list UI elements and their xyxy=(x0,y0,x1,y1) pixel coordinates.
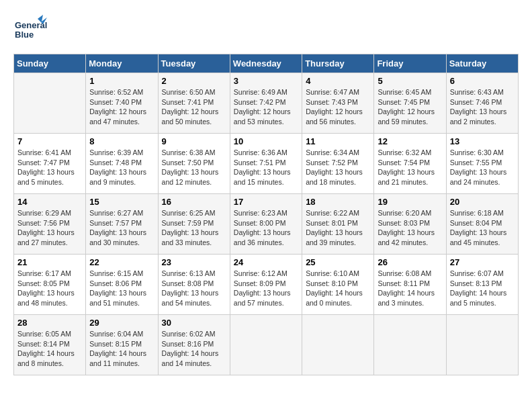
day-cell: 13Sunrise: 6:30 AMSunset: 7:55 PMDayligh… xyxy=(446,134,518,194)
day-cell: 1Sunrise: 6:52 AMSunset: 7:40 PMDaylight… xyxy=(86,73,158,134)
day-number: 21 xyxy=(17,257,82,267)
day-cell: 11Sunrise: 6:34 AMSunset: 7:52 PMDayligh… xyxy=(302,134,374,194)
day-info: Sunrise: 6:18 AMSunset: 8:04 PMDaylight:… xyxy=(450,208,515,248)
day-info: Sunrise: 6:34 AMSunset: 7:52 PMDaylight:… xyxy=(306,148,370,187)
header-row: SundayMondayTuesdayWednesdayThursdayFrid… xyxy=(14,54,519,73)
day-cell: 9Sunrise: 6:38 AMSunset: 7:50 PMDaylight… xyxy=(158,134,230,194)
day-number: 12 xyxy=(378,136,442,146)
day-number: 13 xyxy=(450,136,515,146)
day-cell: 21Sunrise: 6:17 AMSunset: 8:05 PMDayligh… xyxy=(14,255,86,315)
day-number: 22 xyxy=(89,257,154,267)
day-number: 9 xyxy=(162,136,226,146)
day-cell: 6Sunrise: 6:43 AMSunset: 7:46 PMDaylight… xyxy=(446,73,518,134)
day-info: Sunrise: 6:17 AMSunset: 8:05 PMDaylight:… xyxy=(17,269,82,308)
week-row-3: 14Sunrise: 6:29 AMSunset: 7:56 PMDayligh… xyxy=(14,194,519,255)
day-number: 2 xyxy=(162,76,226,86)
day-info: Sunrise: 6:12 AMSunset: 8:09 PMDaylight:… xyxy=(234,269,298,308)
header-tuesday: Tuesday xyxy=(158,54,230,73)
day-cell: 14Sunrise: 6:29 AMSunset: 7:56 PMDayligh… xyxy=(14,194,86,255)
day-cell: 25Sunrise: 6:10 AMSunset: 8:10 PMDayligh… xyxy=(302,255,374,315)
day-cell: 20Sunrise: 6:18 AMSunset: 8:04 PMDayligh… xyxy=(446,194,518,255)
day-number: 18 xyxy=(306,197,370,207)
day-cell: 15Sunrise: 6:27 AMSunset: 7:57 PMDayligh… xyxy=(86,194,158,255)
day-cell: 5Sunrise: 6:45 AMSunset: 7:45 PMDaylight… xyxy=(374,73,446,134)
day-number: 23 xyxy=(162,257,226,267)
day-info: Sunrise: 6:02 AMSunset: 8:16 PMDaylight:… xyxy=(162,329,226,369)
day-number: 14 xyxy=(17,197,82,207)
day-info: Sunrise: 6:22 AMSunset: 8:01 PMDaylight:… xyxy=(306,208,370,248)
day-cell xyxy=(446,315,518,375)
day-info: Sunrise: 6:05 AMSunset: 8:14 PMDaylight:… xyxy=(17,329,82,369)
week-row-2: 7Sunrise: 6:41 AMSunset: 7:47 PMDaylight… xyxy=(14,134,519,194)
day-number: 1 xyxy=(89,76,154,86)
day-cell: 23Sunrise: 6:13 AMSunset: 8:08 PMDayligh… xyxy=(158,255,230,315)
day-cell xyxy=(14,73,86,134)
page-header: General Blue xyxy=(13,13,519,47)
day-info: Sunrise: 6:13 AMSunset: 8:08 PMDaylight:… xyxy=(162,269,226,308)
day-number: 8 xyxy=(89,136,154,146)
day-number: 30 xyxy=(162,318,226,328)
day-cell: 10Sunrise: 6:36 AMSunset: 7:51 PMDayligh… xyxy=(230,134,302,194)
day-info: Sunrise: 6:27 AMSunset: 7:57 PMDaylight:… xyxy=(89,208,154,248)
day-info: Sunrise: 6:10 AMSunset: 8:10 PMDaylight:… xyxy=(306,269,370,308)
day-info: Sunrise: 6:08 AMSunset: 8:11 PMDaylight:… xyxy=(378,269,442,308)
day-info: Sunrise: 6:36 AMSunset: 7:51 PMDaylight:… xyxy=(234,148,298,187)
day-info: Sunrise: 6:30 AMSunset: 7:55 PMDaylight:… xyxy=(450,148,515,187)
day-number: 26 xyxy=(378,257,442,267)
day-info: Sunrise: 6:41 AMSunset: 7:47 PMDaylight:… xyxy=(17,148,82,187)
day-number: 7 xyxy=(17,136,82,146)
day-number: 11 xyxy=(306,136,370,146)
day-cell: 26Sunrise: 6:08 AMSunset: 8:11 PMDayligh… xyxy=(374,255,446,315)
day-info: Sunrise: 6:43 AMSunset: 7:46 PMDaylight:… xyxy=(450,87,515,127)
day-info: Sunrise: 6:39 AMSunset: 7:48 PMDaylight:… xyxy=(89,148,154,187)
logo: General Blue xyxy=(13,13,47,47)
day-info: Sunrise: 6:32 AMSunset: 7:54 PMDaylight:… xyxy=(378,148,442,187)
day-cell: 4Sunrise: 6:47 AMSunset: 7:43 PMDaylight… xyxy=(302,73,374,134)
day-info: Sunrise: 6:15 AMSunset: 8:06 PMDaylight:… xyxy=(89,269,154,308)
day-number: 17 xyxy=(234,197,298,207)
day-info: Sunrise: 6:04 AMSunset: 8:15 PMDaylight:… xyxy=(89,329,154,369)
header-wednesday: Wednesday xyxy=(230,54,302,73)
week-row-5: 28Sunrise: 6:05 AMSunset: 8:14 PMDayligh… xyxy=(14,315,519,375)
day-cell: 7Sunrise: 6:41 AMSunset: 7:47 PMDaylight… xyxy=(14,134,86,194)
day-number: 6 xyxy=(450,76,515,86)
day-number: 24 xyxy=(234,257,298,267)
day-cell: 18Sunrise: 6:22 AMSunset: 8:01 PMDayligh… xyxy=(302,194,374,255)
day-cell: 16Sunrise: 6:25 AMSunset: 7:59 PMDayligh… xyxy=(158,194,230,255)
day-cell: 2Sunrise: 6:50 AMSunset: 7:41 PMDaylight… xyxy=(158,73,230,134)
day-number: 27 xyxy=(450,257,515,267)
day-cell: 29Sunrise: 6:04 AMSunset: 8:15 PMDayligh… xyxy=(86,315,158,375)
header-monday: Monday xyxy=(86,54,158,73)
day-info: Sunrise: 6:29 AMSunset: 7:56 PMDaylight:… xyxy=(17,208,82,248)
day-number: 4 xyxy=(306,76,370,86)
day-info: Sunrise: 6:47 AMSunset: 7:43 PMDaylight:… xyxy=(306,87,370,127)
svg-text:Blue: Blue xyxy=(15,30,34,40)
day-info: Sunrise: 6:50 AMSunset: 7:41 PMDaylight:… xyxy=(162,87,226,127)
day-info: Sunrise: 6:23 AMSunset: 8:00 PMDaylight:… xyxy=(234,208,298,248)
day-cell: 3Sunrise: 6:49 AMSunset: 7:42 PMDaylight… xyxy=(230,73,302,134)
header-friday: Friday xyxy=(374,54,446,73)
day-number: 25 xyxy=(306,257,370,267)
day-number: 16 xyxy=(162,197,226,207)
header-thursday: Thursday xyxy=(302,54,374,73)
day-cell: 8Sunrise: 6:39 AMSunset: 7:48 PMDaylight… xyxy=(86,134,158,194)
day-number: 10 xyxy=(234,136,298,146)
calendar-table: SundayMondayTuesdayWednesdayThursdayFrid… xyxy=(13,54,519,375)
day-cell: 30Sunrise: 6:02 AMSunset: 8:16 PMDayligh… xyxy=(158,315,230,375)
header-sunday: Sunday xyxy=(14,54,86,73)
day-number: 19 xyxy=(378,197,442,207)
day-cell: 12Sunrise: 6:32 AMSunset: 7:54 PMDayligh… xyxy=(374,134,446,194)
week-row-1: 1Sunrise: 6:52 AMSunset: 7:40 PMDaylight… xyxy=(14,73,519,134)
day-cell: 27Sunrise: 6:07 AMSunset: 8:13 PMDayligh… xyxy=(446,255,518,315)
day-info: Sunrise: 6:52 AMSunset: 7:40 PMDaylight:… xyxy=(89,87,154,127)
day-cell: 22Sunrise: 6:15 AMSunset: 8:06 PMDayligh… xyxy=(86,255,158,315)
day-number: 29 xyxy=(89,318,154,328)
day-cell xyxy=(374,315,446,375)
day-info: Sunrise: 6:07 AMSunset: 8:13 PMDaylight:… xyxy=(450,269,515,308)
day-info: Sunrise: 6:49 AMSunset: 7:42 PMDaylight:… xyxy=(234,87,298,127)
day-number: 15 xyxy=(89,197,154,207)
day-info: Sunrise: 6:25 AMSunset: 7:59 PMDaylight:… xyxy=(162,208,226,248)
day-cell: 24Sunrise: 6:12 AMSunset: 8:09 PMDayligh… xyxy=(230,255,302,315)
day-cell: 17Sunrise: 6:23 AMSunset: 8:00 PMDayligh… xyxy=(230,194,302,255)
day-info: Sunrise: 6:20 AMSunset: 8:03 PMDaylight:… xyxy=(378,208,442,248)
